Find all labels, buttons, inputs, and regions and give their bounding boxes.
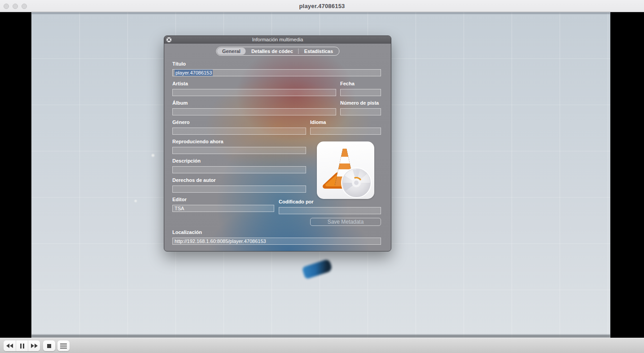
transport-buttons [4,340,40,351]
editor-field[interactable]: TSA [172,205,274,212]
rewind-icon [6,344,13,348]
playlist-button[interactable] [57,340,70,351]
numero-de-pista-field[interactable] [340,108,381,115]
fecha-label: Fecha [340,81,355,86]
traffic-lights [4,0,27,12]
album-field[interactable] [172,108,336,115]
titulo-field[interactable]: player.47086153 [172,69,381,76]
stop-icon [47,344,51,348]
reproduciendo-ahora-field[interactable] [172,147,306,154]
album-label: Álbum [172,100,188,106]
dialog-titlebar[interactable]: Información multimedia [164,36,391,44]
window-close-button[interactable] [4,4,9,9]
circle-x-icon [167,38,171,41]
localizacion-label: Localización [172,229,202,235]
selected-text: player.47086153 [175,70,213,76]
fast-forward-button[interactable] [28,340,40,351]
idioma-label: Idioma [310,119,326,125]
descripcion-label: Descripción [172,158,201,163]
pause-button[interactable] [16,340,28,351]
stop-button[interactable] [43,340,55,351]
descripcion-field[interactable] [172,166,306,173]
fecha-field[interactable] [340,89,381,96]
save-metadata-button[interactable]: Save Metadata [310,218,381,226]
fast-forward-icon [31,344,38,348]
window-zoom-button[interactable] [22,4,27,9]
rewind-button[interactable] [4,340,16,351]
tab-bar: General Detalles de códec Estadísticas [216,47,339,56]
localizacion-field[interactable]: http://192.168.1.60:8085/player.47086153 [172,238,381,245]
codificado-por-field[interactable] [279,207,381,214]
numero-de-pista-label: Número de pista [340,100,379,106]
window-titlebar: player.47086153 [0,0,644,12]
artista-label: Artista [172,81,188,86]
tab-estadisticas[interactable]: Estadísticas [299,48,338,55]
titulo-label: Título [172,61,186,66]
dialog-title: Información multimedia [252,37,303,42]
tab-detalles-de-codec[interactable]: Detalles de códec [246,48,298,55]
playlist-icon [60,344,67,349]
codificado-por-label: Codificado por [279,199,314,204]
tab-general[interactable]: General [217,48,246,55]
dialog-close-button[interactable] [166,37,171,42]
artista-field[interactable] [172,89,336,96]
editor-label: Editor [172,197,187,202]
player-controlbar: 00:23 [0,338,644,353]
vlc-cone-disc-icon [317,141,374,199]
window-minimize-button[interactable] [13,4,18,9]
derechos-de-autor-field[interactable] [172,185,306,193]
idioma-field[interactable] [310,128,381,135]
blurred-video-object [302,259,333,279]
window-title: player.47086153 [299,3,345,9]
reproduciendo-ahora-label: Reproduciendo ahora [172,139,223,144]
pause-icon [20,344,24,349]
media-info-dialog: Información multimedia General Detalles … [164,35,391,252]
genero-field[interactable] [172,128,306,135]
derechos-de-autor-label: Derechos de autor [172,177,216,183]
genero-label: Género [172,119,190,125]
